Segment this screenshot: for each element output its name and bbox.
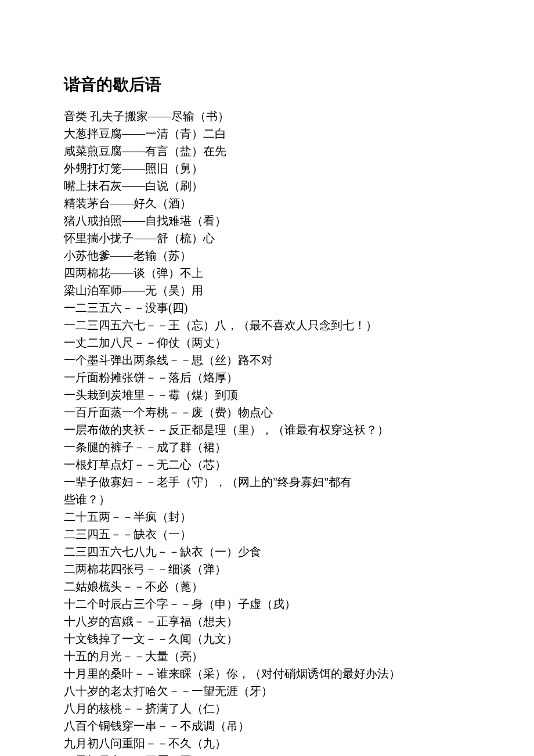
document-title: 谐音的歇后语	[64, 73, 470, 97]
text-line: 十文钱掉了一文－－久闻（九文）	[64, 630, 470, 647]
text-line: 一斤面粉摊张饼－－落后（烙厚）	[64, 369, 470, 386]
text-line: 一条腿的裤子－－成了群（裙）	[64, 438, 470, 456]
content-body: 音类 孔夫子搬家——尽输（书） 大葱拌豆腐——一清（青）二白 咸菜煎豆腐——有言…	[64, 107, 470, 756]
text-line: 咸菜煎豆腐——有言（盐）在先	[64, 142, 470, 160]
text-line: 一根灯草点灯－－无二心（芯）	[64, 456, 470, 473]
text-line: 一二三五六－－没事(四)	[64, 299, 470, 316]
text-line: 二两棉花四张弓－－细谈（弹）	[64, 560, 470, 578]
text-line: 一头栽到炭堆里－－霉（煤）到顶	[64, 386, 470, 404]
text-line: 嘴上抹石灰——白说（刷）	[64, 177, 470, 195]
text-line: 四两棉花——谈（弹）不上	[64, 264, 470, 282]
text-line: 音类 孔夫子搬家——尽输（书）	[64, 107, 470, 125]
text-line: 一二三四五六七－－王（忘）八，（最不喜欢人只念到七！）	[64, 316, 470, 334]
text-line: 八百个铜钱穿一串－－不成调（吊）	[64, 717, 470, 735]
text-line: 大葱拌豆腐——一清（青）二白	[64, 125, 470, 142]
text-line: 二十五两－－半疯（封）	[64, 508, 470, 525]
text-line: 些谁？）	[64, 491, 470, 508]
text-line: 外甥打灯笼——照旧（舅）	[64, 160, 470, 177]
text-line: 猪八戒拍照——自找难堪（看）	[64, 212, 470, 229]
text-line: 十八岁的宫娥－－正享福（想夫）	[64, 613, 470, 630]
text-line: 十月里的桑叶－－谁来睬（采）你，（对付硝烟诱饵的最好办法）	[64, 665, 470, 682]
text-line: 刀子切元宵－－不愿（圆）	[64, 752, 470, 756]
text-line: 八十岁的老太打哈欠－－一望无涯（牙）	[64, 682, 470, 700]
text-line: 怀里揣小拢子——舒（梳）心	[64, 229, 470, 247]
text-line: 一丈二加八尺－－仰仗（两丈）	[64, 334, 470, 351]
text-line: 二三四五－－缺衣（一）	[64, 525, 470, 543]
text-line: 九月初八问重阳－－不久（九）	[64, 735, 470, 752]
text-line: 一辈子做寡妇－－老手（守），（网上的"终身寡妇"都有	[64, 473, 470, 491]
text-line: 八月的核桃－－挤满了人（仁）	[64, 700, 470, 717]
text-line: 十二个时辰占三个字－－身（申）子虚（戌）	[64, 595, 470, 613]
text-line: 二三四五六七八九－－缺衣（一）少食	[64, 543, 470, 560]
text-line: 小苏他爹——老输（苏）	[64, 247, 470, 264]
text-line: 精装茅台——好久（酒）	[64, 195, 470, 212]
text-line: 一个墨斗弹出两条线－－思（丝）路不对	[64, 351, 470, 369]
text-line: 梁山泊军师——无（吴）用	[64, 282, 470, 299]
text-line: 一百斤面蒸一个寿桃－－废（费）物点心	[64, 404, 470, 421]
text-line: 一层布做的夹袄－－反正都是理（里），（谁最有权穿这袄？）	[64, 421, 470, 438]
text-line: 十五的月光－－大量（亮）	[64, 647, 470, 665]
text-line: 二姑娘梳头－－不必（蓖）	[64, 578, 470, 595]
